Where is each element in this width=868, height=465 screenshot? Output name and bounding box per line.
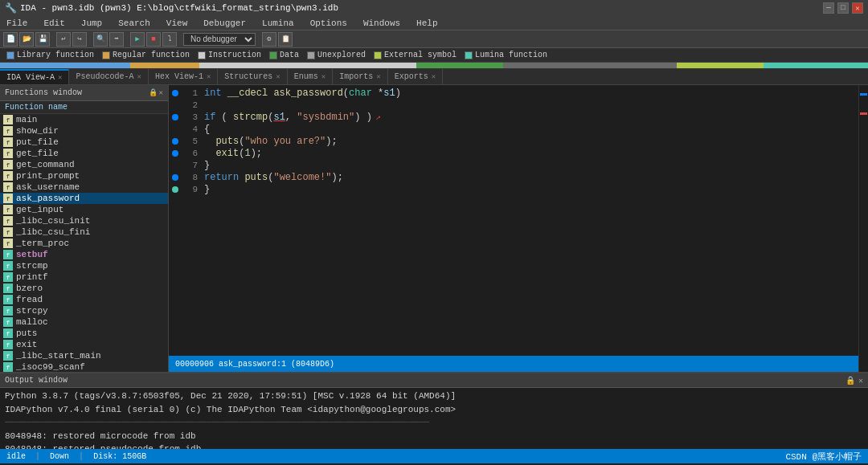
tb-new[interactable]: 📄 (3, 32, 18, 47)
sidebar-close-btn[interactable]: ✕ (159, 88, 163, 97)
tab-imports-label: Imports (339, 72, 373, 81)
line-num-5: 5 (182, 137, 198, 146)
tab-pseudocode-a[interactable]: Pseudocode-A ✕ (69, 69, 148, 84)
fn-item-exit[interactable]: f exit (0, 339, 168, 350)
output-close-btn[interactable]: ✕ (858, 376, 863, 385)
fn-item-get-file[interactable]: f get_file (0, 148, 168, 159)
tb-undo[interactable]: ↩ (56, 32, 71, 47)
fn-item-libc-csu-fini[interactable]: f _libc_csu_fini (0, 226, 168, 238)
fn-item-libc-csu-init[interactable]: f _libc_csu_init (0, 215, 168, 226)
menu-lumina[interactable]: Lumina (259, 18, 297, 28)
legend-unexplored-dot (307, 51, 315, 59)
tb-save[interactable]: 💾 (35, 32, 50, 47)
menu-edit[interactable]: Edit (40, 18, 68, 28)
code-line-4: 4 { (169, 123, 858, 135)
fn-item-strcpy[interactable]: f strcpy (0, 305, 168, 316)
debugger-select[interactable]: No debugger (183, 33, 256, 46)
output-line-3: 8048948: restored microcode from idb (5, 430, 863, 443)
fn-item-strcmp[interactable]: f strcmp (0, 260, 168, 271)
tab-ida-view-a[interactable]: IDA View-A ✕ (0, 69, 69, 84)
breakpoint-6[interactable] (172, 150, 178, 157)
menu-jump[interactable]: Jump (78, 18, 105, 28)
tb-step[interactable]: ⤵ (162, 32, 177, 47)
tb-find[interactable]: 🔍 (93, 32, 108, 47)
fn-label-put-file: put_file (16, 137, 59, 147)
menu-file[interactable]: File (3, 18, 31, 28)
tab-imports-close[interactable]: ✕ (376, 72, 380, 81)
minimize-button[interactable]: — (823, 2, 834, 14)
legend-lib-label: Library function (17, 51, 94, 59)
fn-item-ask-username[interactable]: f ask_username (0, 182, 168, 193)
fn-item-get-input[interactable]: f get_input (0, 204, 168, 215)
fn-item-get-command[interactable]: f get_command (0, 159, 168, 170)
tb-extra1[interactable]: ⚙ (262, 32, 276, 47)
tab-enums[interactable]: Enums ✕ (288, 69, 333, 84)
fn-item-ask-password[interactable]: f ask_password (0, 193, 168, 204)
fn-item-malloc[interactable]: f malloc (0, 316, 168, 328)
fn-icon-ask-username: f (3, 182, 13, 192)
fn-item-term-proc[interactable]: f _term_proc (0, 238, 168, 249)
fn-item-setbuf[interactable]: f setbuf (0, 249, 168, 260)
tab-imports[interactable]: Imports ✕ (333, 69, 387, 84)
scroll-marker-2 (860, 112, 867, 115)
fn-label-libc-csu-init: _libc_csu_init (16, 216, 90, 226)
menu-debugger[interactable]: Debugger (200, 18, 249, 28)
tab-hex-view-1-close[interactable]: ✕ (207, 72, 211, 81)
tb-stop[interactable]: ■ (146, 32, 161, 47)
tab-structures-close[interactable]: ✕ (276, 72, 280, 81)
fn-label-ask-password: ask_password (16, 194, 80, 203)
tab-enums-close[interactable]: ✕ (321, 72, 326, 81)
breakpoint-5[interactable] (172, 138, 178, 145)
fn-item-isoc99-scanf[interactable]: f _isoc99_scanf (0, 361, 168, 372)
graph-seg-4 (416, 63, 503, 68)
fn-item-libc-start-main[interactable]: f _libc_start_main (0, 350, 168, 361)
menu-options[interactable]: Options (307, 18, 350, 28)
graph-bar (0, 63, 868, 69)
tab-enums-label: Enums (294, 72, 318, 81)
maximize-button[interactable]: □ (837, 2, 849, 14)
window-title: IDA - pwn3.idb (pwn3) E:\blog\ctfwiki_fo… (20, 3, 338, 13)
tab-structures[interactable]: Structures ✕ (218, 69, 287, 84)
code-line-5: 5 puts("who you are?"); (169, 135, 858, 147)
fn-item-bzero[interactable]: f bzero (0, 283, 168, 294)
fn-item-printf[interactable]: f printf (0, 271, 168, 283)
close-button[interactable]: ✕ (852, 2, 863, 14)
tab-ida-view-a-close[interactable]: ✕ (58, 73, 62, 82)
tab-hex-view-1[interactable]: Hex View-1 ✕ (149, 69, 218, 84)
fn-item-main[interactable]: f main (0, 114, 168, 125)
code-editor[interactable]: 1 int __cdecl ask_password(char *s1) 2 3… (169, 85, 858, 356)
status-state: Down (50, 452, 69, 461)
fn-item-put-file[interactable]: f put_file (0, 137, 168, 148)
fn-label-isoc99-scanf: _isoc99_scanf (16, 362, 85, 372)
fn-item-puts[interactable]: f puts (0, 328, 168, 339)
sidebar-function-list[interactable]: f main f show_dir f put_file f get_file … (0, 114, 168, 372)
menu-windows[interactable]: Windows (360, 18, 403, 28)
tab-exports-close[interactable]: ✕ (432, 72, 436, 81)
right-scrollbar[interactable] (858, 85, 868, 372)
menu-help[interactable]: Help (413, 18, 440, 28)
dot-9[interactable] (172, 186, 178, 193)
tb-goto[interactable]: ➡ (109, 32, 124, 47)
code-line-2: 2 (169, 99, 858, 111)
tb-redo[interactable]: ↪ (72, 32, 87, 47)
output-lock-btn[interactable]: 🔒 (845, 376, 855, 385)
menu-view[interactable]: View (163, 18, 190, 28)
fn-item-print-prompt[interactable]: f print_prompt (0, 170, 168, 182)
tb-open[interactable]: 📂 (19, 32, 34, 47)
fn-label-puts: puts (16, 328, 37, 338)
tab-pseudocode-a-close[interactable]: ✕ (137, 72, 141, 81)
sidebar-lock-btn[interactable]: 🔒 (149, 88, 158, 97)
sidebar-title: Functions window (5, 88, 82, 97)
legend-ext-dot (374, 51, 382, 59)
tb-run[interactable]: ▶ (130, 32, 145, 47)
menu-search[interactable]: Search (115, 18, 154, 28)
tb-extra2[interactable]: 📋 (278, 32, 293, 47)
breakpoint-1[interactable] (172, 90, 178, 96)
breakpoint-8[interactable] (172, 174, 178, 181)
fn-item-show-dir[interactable]: f show_dir (0, 125, 168, 137)
fn-label-strcmp: strcmp (16, 261, 48, 271)
fn-label-strcpy: strcpy (16, 306, 48, 316)
tab-exports[interactable]: Exports ✕ (388, 69, 443, 84)
fn-item-fread[interactable]: f fread (0, 294, 168, 305)
breakpoint-3[interactable] (172, 114, 178, 120)
